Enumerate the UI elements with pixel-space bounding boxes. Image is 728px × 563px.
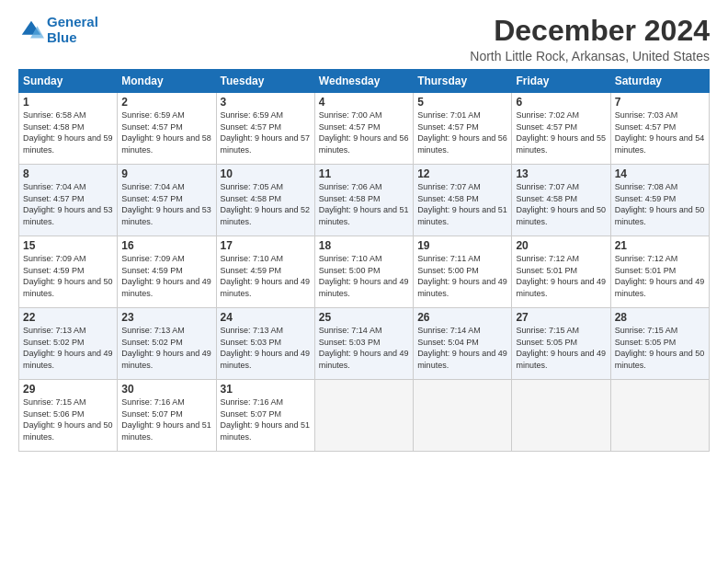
day-number: 29 xyxy=(23,383,113,396)
day-info: Sunrise: 6:59 AMSunset: 4:57 PMDaylight:… xyxy=(221,110,311,155)
day-info: Sunrise: 7:01 AMSunset: 4:57 PMDaylight:… xyxy=(417,110,507,155)
calendar-cell: 5 Sunrise: 7:01 AMSunset: 4:57 PMDayligh… xyxy=(414,93,512,165)
col-monday: Monday xyxy=(118,70,216,93)
calendar-cell: 6 Sunrise: 7:02 AMSunset: 4:57 PMDayligh… xyxy=(512,93,610,165)
day-info: Sunrise: 7:13 AMSunset: 5:02 PMDaylight:… xyxy=(121,326,211,370)
logo-text: General Blue xyxy=(47,15,98,45)
calendar-cell: 28 Sunrise: 7:15 AMSunset: 5:05 PMDaylig… xyxy=(610,308,709,380)
day-number: 10 xyxy=(221,167,311,180)
calendar-cell: 16 Sunrise: 7:09 AMSunset: 4:59 PMDaylig… xyxy=(118,236,216,308)
title-section: December 2024 North Little Rock, Arkansa… xyxy=(470,15,710,63)
calendar-cell: 29 Sunrise: 7:15 AMSunset: 5:06 PMDaylig… xyxy=(19,380,118,452)
day-info: Sunrise: 7:08 AMSunset: 4:59 PMDaylight:… xyxy=(615,182,705,226)
day-info: Sunrise: 7:00 AMSunset: 4:57 PMDaylight:… xyxy=(319,110,409,155)
calendar-cell: 24 Sunrise: 7:13 AMSunset: 5:03 PMDaylig… xyxy=(216,308,314,380)
calendar-cell: 3 Sunrise: 6:59 AMSunset: 4:57 PMDayligh… xyxy=(216,93,314,165)
calendar-cell xyxy=(512,380,610,452)
calendar-week-2: 8 Sunrise: 7:04 AMSunset: 4:57 PMDayligh… xyxy=(19,165,710,236)
calendar-cell: 23 Sunrise: 7:13 AMSunset: 5:02 PMDaylig… xyxy=(118,308,216,380)
col-tuesday: Tuesday xyxy=(216,70,314,93)
day-info: Sunrise: 7:07 AMSunset: 4:58 PMDaylight:… xyxy=(516,182,606,226)
calendar-cell xyxy=(314,380,413,452)
calendar-week-4: 22 Sunrise: 7:13 AMSunset: 5:02 PMDaylig… xyxy=(19,308,710,380)
day-number: 25 xyxy=(319,311,409,324)
calendar-cell: 22 Sunrise: 7:13 AMSunset: 5:02 PMDaylig… xyxy=(19,308,118,380)
day-info: Sunrise: 7:09 AMSunset: 4:59 PMDaylight:… xyxy=(121,254,211,298)
logo-line1: General xyxy=(47,14,98,29)
day-number: 14 xyxy=(615,167,705,180)
day-number: 12 xyxy=(417,167,507,180)
header-row: Sunday Monday Tuesday Wednesday Thursday… xyxy=(19,70,710,93)
col-wednesday: Wednesday xyxy=(314,70,413,93)
calendar-cell: 12 Sunrise: 7:07 AMSunset: 4:58 PMDaylig… xyxy=(414,165,512,236)
calendar-cell: 2 Sunrise: 6:59 AMSunset: 4:57 PMDayligh… xyxy=(118,93,216,165)
calendar-cell: 13 Sunrise: 7:07 AMSunset: 4:58 PMDaylig… xyxy=(512,165,610,236)
calendar-cell: 14 Sunrise: 7:08 AMSunset: 4:59 PMDaylig… xyxy=(610,165,709,236)
calendar-cell: 20 Sunrise: 7:12 AMSunset: 5:01 PMDaylig… xyxy=(512,236,610,308)
day-info: Sunrise: 7:16 AMSunset: 5:07 PMDaylight:… xyxy=(121,397,211,442)
day-number: 9 xyxy=(121,167,211,180)
calendar-cell: 4 Sunrise: 7:00 AMSunset: 4:57 PMDayligh… xyxy=(314,93,413,165)
calendar-cell: 30 Sunrise: 7:16 AMSunset: 5:07 PMDaylig… xyxy=(118,380,216,452)
day-number: 4 xyxy=(319,96,409,109)
calendar-cell: 21 Sunrise: 7:12 AMSunset: 5:01 PMDaylig… xyxy=(610,236,709,308)
calendar-cell: 31 Sunrise: 7:16 AMSunset: 5:07 PMDaylig… xyxy=(216,380,314,452)
day-number: 15 xyxy=(23,239,113,252)
day-info: Sunrise: 6:59 AMSunset: 4:57 PMDaylight:… xyxy=(121,110,211,155)
calendar-cell: 19 Sunrise: 7:11 AMSunset: 5:00 PMDaylig… xyxy=(414,236,512,308)
day-info: Sunrise: 7:16 AMSunset: 5:07 PMDaylight:… xyxy=(221,397,311,442)
day-number: 28 xyxy=(615,311,705,324)
day-number: 17 xyxy=(221,239,311,252)
day-number: 8 xyxy=(23,167,113,180)
day-info: Sunrise: 7:12 AMSunset: 5:01 PMDaylight:… xyxy=(516,254,606,298)
calendar-cell: 26 Sunrise: 7:14 AMSunset: 5:04 PMDaylig… xyxy=(414,308,512,380)
day-number: 19 xyxy=(417,239,507,252)
day-number: 5 xyxy=(417,96,507,109)
calendar-cell: 18 Sunrise: 7:10 AMSunset: 5:00 PMDaylig… xyxy=(314,236,413,308)
day-number: 30 xyxy=(121,383,211,396)
day-number: 21 xyxy=(615,239,705,252)
calendar-cell: 25 Sunrise: 7:14 AMSunset: 5:03 PMDaylig… xyxy=(314,308,413,380)
logo-line2: Blue xyxy=(47,29,77,45)
calendar-cell: 1 Sunrise: 6:58 AMSunset: 4:58 PMDayligh… xyxy=(19,93,118,165)
calendar-cell: 9 Sunrise: 7:04 AMSunset: 4:57 PMDayligh… xyxy=(118,165,216,236)
calendar-cell xyxy=(610,380,709,452)
calendar-page: General Blue December 2024 North Little … xyxy=(0,0,728,563)
day-info: Sunrise: 7:10 AMSunset: 4:59 PMDaylight:… xyxy=(221,254,311,298)
day-info: Sunrise: 7:15 AMSunset: 5:06 PMDaylight:… xyxy=(23,397,113,442)
calendar-week-3: 15 Sunrise: 7:09 AMSunset: 4:59 PMDaylig… xyxy=(19,236,710,308)
day-info: Sunrise: 6:58 AMSunset: 4:58 PMDaylight:… xyxy=(23,110,113,155)
day-number: 24 xyxy=(221,311,311,324)
day-number: 31 xyxy=(221,383,311,396)
day-number: 16 xyxy=(121,239,211,252)
day-info: Sunrise: 7:15 AMSunset: 5:05 PMDaylight:… xyxy=(615,326,705,370)
calendar-cell: 11 Sunrise: 7:06 AMSunset: 4:58 PMDaylig… xyxy=(314,165,413,236)
calendar-week-1: 1 Sunrise: 6:58 AMSunset: 4:58 PMDayligh… xyxy=(19,93,710,165)
day-number: 6 xyxy=(516,96,606,109)
calendar-week-5: 29 Sunrise: 7:15 AMSunset: 5:06 PMDaylig… xyxy=(19,380,710,452)
day-number: 22 xyxy=(23,311,113,324)
day-info: Sunrise: 7:04 AMSunset: 4:57 PMDaylight:… xyxy=(23,182,113,226)
calendar-table: Sunday Monday Tuesday Wednesday Thursday… xyxy=(18,69,710,452)
day-info: Sunrise: 7:12 AMSunset: 5:01 PMDaylight:… xyxy=(615,254,705,298)
calendar-cell: 17 Sunrise: 7:10 AMSunset: 4:59 PMDaylig… xyxy=(216,236,314,308)
day-info: Sunrise: 7:02 AMSunset: 4:57 PMDaylight:… xyxy=(516,110,606,155)
calendar-cell: 7 Sunrise: 7:03 AMSunset: 4:57 PMDayligh… xyxy=(610,93,709,165)
day-number: 27 xyxy=(516,311,606,324)
logo-icon xyxy=(18,17,44,43)
day-info: Sunrise: 7:06 AMSunset: 4:58 PMDaylight:… xyxy=(319,182,409,226)
day-info: Sunrise: 7:13 AMSunset: 5:03 PMDaylight:… xyxy=(221,326,311,370)
day-number: 2 xyxy=(121,96,211,109)
day-info: Sunrise: 7:05 AMSunset: 4:58 PMDaylight:… xyxy=(221,182,311,226)
location: North Little Rock, Arkansas, United Stat… xyxy=(470,49,710,63)
day-number: 20 xyxy=(516,239,606,252)
day-info: Sunrise: 7:04 AMSunset: 4:57 PMDaylight:… xyxy=(121,182,211,226)
day-info: Sunrise: 7:15 AMSunset: 5:05 PMDaylight:… xyxy=(516,326,606,370)
col-saturday: Saturday xyxy=(610,70,709,93)
day-info: Sunrise: 7:07 AMSunset: 4:58 PMDaylight:… xyxy=(417,182,507,226)
day-info: Sunrise: 7:14 AMSunset: 5:04 PMDaylight:… xyxy=(417,326,507,370)
day-number: 18 xyxy=(319,239,409,252)
day-info: Sunrise: 7:14 AMSunset: 5:03 PMDaylight:… xyxy=(319,326,409,370)
day-number: 13 xyxy=(516,167,606,180)
col-friday: Friday xyxy=(512,70,610,93)
